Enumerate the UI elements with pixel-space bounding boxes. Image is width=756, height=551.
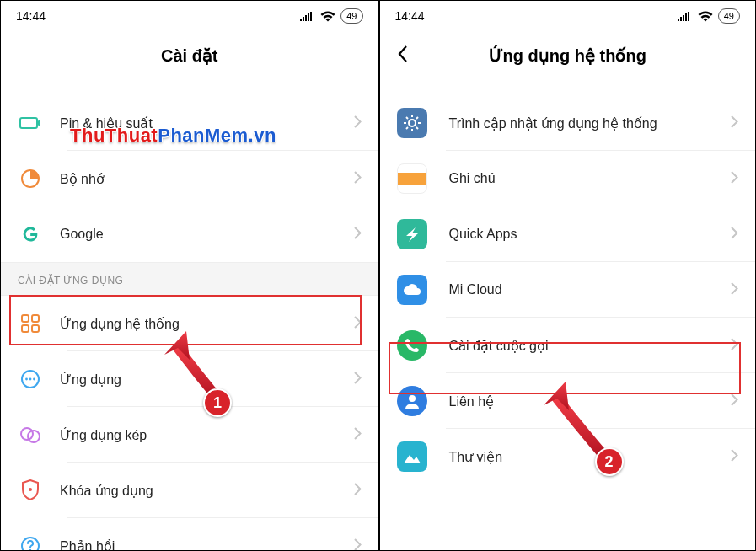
svg-rect-22 <box>680 17 682 21</box>
row-label: Trình cập nhật ứng dụng hệ thống <box>427 115 732 131</box>
svg-point-16 <box>21 428 33 440</box>
svg-rect-9 <box>32 315 39 322</box>
contacts-app-icon <box>397 386 427 416</box>
row-mi-cloud[interactable]: Mi Cloud <box>380 262 756 318</box>
svg-point-15 <box>33 378 35 381</box>
svg-point-20 <box>29 549 31 550</box>
row-gallery[interactable]: Thư viện <box>380 429 756 484</box>
section-header-apps: CÀI ĐẶT ỨNG DỤNG <box>1 262 378 296</box>
svg-line-33 <box>406 127 408 129</box>
question-circle-icon <box>18 533 43 550</box>
svg-rect-24 <box>685 13 687 21</box>
row-apps[interactable]: Ứng dụng <box>1 351 378 407</box>
chevron-right-icon <box>354 316 362 332</box>
phone-left: 14:44 49 Cài đặt Pin & hiệu suất Bộ nhớ <box>1 1 378 550</box>
row-label: Thư viện <box>427 449 732 465</box>
chevron-right-icon <box>354 427 362 443</box>
row-battery-performance[interactable]: Pin & hiệu suất <box>1 95 378 151</box>
status-time: 14:44 <box>16 9 46 23</box>
svg-rect-25 <box>688 12 689 21</box>
svg-rect-23 <box>683 15 684 21</box>
system-apps-list: Trình cập nhật ứng dụng hệ thống Ghi chú… <box>380 95 756 484</box>
row-label: Cài đặt cuộc gọi <box>427 338 732 354</box>
svg-rect-0 <box>300 19 302 21</box>
row-system-updater[interactable]: Trình cập nhật ứng dụng hệ thống <box>380 95 756 151</box>
chevron-left-icon <box>397 45 408 63</box>
row-dual-apps[interactable]: Ứng dụng kép <box>1 407 378 463</box>
chevron-right-icon <box>731 227 738 243</box>
row-label: Quick Apps <box>427 227 732 242</box>
svg-line-32 <box>416 127 418 129</box>
row-call-settings[interactable]: Cài đặt cuộc gọi <box>380 318 756 373</box>
page-title: Cài đặt <box>161 45 218 66</box>
wifi-icon <box>320 11 335 22</box>
row-system-apps[interactable]: Ứng dụng hệ thống <box>1 296 378 351</box>
row-label: Ghi chú <box>427 171 732 186</box>
dual-circles-icon <box>18 422 43 447</box>
back-button[interactable] <box>397 45 408 67</box>
row-notes[interactable]: Ghi chú <box>380 151 756 206</box>
row-quick-apps[interactable]: Quick Apps <box>380 206 756 262</box>
phone-right: 14:44 49 Ứng dụng hệ thống Trình cập nhậ… <box>378 1 756 550</box>
row-label: Phản hồi <box>43 538 354 551</box>
chevron-right-icon <box>354 171 362 187</box>
header: Cài đặt <box>1 31 378 80</box>
svg-point-18 <box>29 488 32 491</box>
svg-rect-2 <box>305 15 307 21</box>
row-feedback[interactable]: Phản hồi <box>1 518 378 550</box>
wifi-icon <box>698 11 713 22</box>
header: Ứng dụng hệ thống <box>380 31 756 80</box>
row-label: Bộ nhớ <box>43 171 354 187</box>
svg-point-26 <box>409 120 416 126</box>
notes-app-icon <box>397 163 427 194</box>
status-icons: 49 <box>678 8 740 24</box>
chevron-right-icon <box>731 393 738 409</box>
cloud-app-icon <box>397 275 427 305</box>
signal-icon <box>300 11 315 21</box>
row-storage[interactable]: Bộ nhớ <box>1 151 378 206</box>
chevron-right-icon <box>354 372 362 388</box>
chevron-right-icon <box>354 483 362 499</box>
svg-point-19 <box>22 538 39 550</box>
row-label: Liên hệ <box>427 393 732 409</box>
chevron-right-icon <box>731 338 738 354</box>
row-app-lock[interactable]: Khóa ứng dụng <box>1 463 378 518</box>
svg-rect-11 <box>32 325 39 332</box>
svg-rect-10 <box>22 325 29 332</box>
storage-pie-icon <box>18 166 43 191</box>
svg-rect-21 <box>678 19 679 21</box>
chevron-right-icon <box>354 115 362 131</box>
svg-rect-4 <box>310 12 312 21</box>
svg-point-14 <box>29 378 32 381</box>
chevron-right-icon <box>354 227 362 243</box>
settings-list-top: Pin & hiệu suất Bộ nhớ Google <box>1 95 378 262</box>
phone-app-icon <box>397 330 427 361</box>
svg-rect-6 <box>38 120 40 126</box>
page-title: Ứng dụng hệ thống <box>489 45 646 66</box>
svg-point-13 <box>25 378 28 381</box>
battery-icon <box>18 110 43 136</box>
svg-line-31 <box>406 117 408 119</box>
row-label: Google <box>43 227 354 242</box>
row-label: Pin & hiệu suất <box>43 115 354 131</box>
svg-rect-8 <box>22 315 29 322</box>
row-contacts[interactable]: Liên hệ <box>380 373 756 429</box>
grid-icon <box>18 311 43 336</box>
svg-point-35 <box>409 395 416 402</box>
row-label: Ứng dụng kép <box>43 427 354 443</box>
battery-icon: 49 <box>718 8 740 24</box>
status-bar: 14:44 49 <box>380 1 756 31</box>
svg-rect-3 <box>308 13 309 21</box>
chevron-right-icon <box>731 282 738 298</box>
svg-rect-5 <box>20 118 37 128</box>
battery-icon: 49 <box>340 8 362 24</box>
row-label: Khóa ứng dụng <box>43 483 354 499</box>
shield-icon <box>18 478 43 503</box>
quickapps-app-icon <box>397 219 427 249</box>
status-bar: 14:44 49 <box>1 1 378 31</box>
row-google[interactable]: Google <box>1 206 378 262</box>
status-time: 14:44 <box>395 9 425 23</box>
svg-point-17 <box>28 431 40 442</box>
status-icons: 49 <box>300 8 362 24</box>
row-label: Mi Cloud <box>427 282 732 297</box>
